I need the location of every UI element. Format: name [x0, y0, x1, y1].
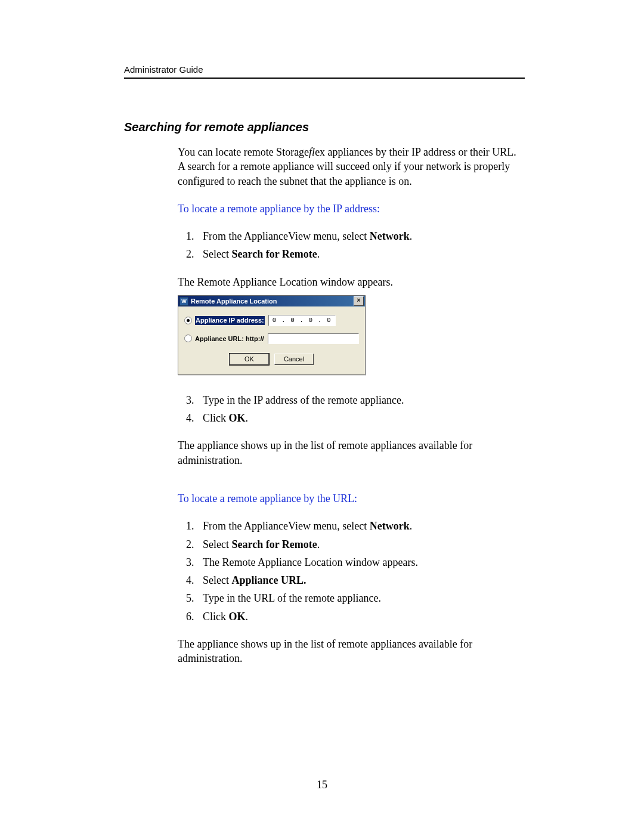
text: . — [410, 520, 413, 532]
list-item: From the ApplianceView menu, select Netw… — [197, 229, 525, 243]
list-item: Click OK. — [197, 609, 525, 624]
radio-ip-label: Appliance IP address: — [195, 316, 265, 325]
text: . — [410, 230, 413, 242]
text: You can locate remote Storage — [178, 146, 309, 158]
text: Click — [203, 611, 229, 623]
cancel-button[interactable]: Cancel — [274, 354, 314, 365]
text-bold: OK — [229, 412, 246, 424]
list-item: Type in the IP address of the remote app… — [197, 393, 525, 407]
intro-paragraph: You can locate remote Storageflex applia… — [178, 145, 525, 188]
dialog-titlebar: W Remote Appliance Location × — [178, 296, 365, 306]
subheading-url: To locate a remote appliance by the URL: — [178, 491, 525, 506]
text-bold: Search for Remote — [231, 248, 317, 260]
dialog-title: Remote Appliance Location — [191, 297, 354, 306]
list-item: Type in the URL of the remote appliance. — [197, 591, 525, 605]
close-button[interactable]: × — [354, 296, 364, 306]
app-icon: W — [179, 297, 188, 306]
dialog-button-row: OK Cancel — [184, 351, 359, 368]
page-header: Administrator Guide — [124, 64, 525, 79]
ip-address-input[interactable]: 0 . 0 . 0 . 0 — [268, 315, 336, 326]
text: Select — [203, 248, 231, 260]
page: Administrator Guide Searching for remote… — [0, 0, 644, 833]
steps-list-ip-b: Type in the IP address of the remote app… — [178, 393, 525, 426]
result-paragraph-ip: The appliance shows up in the list of re… — [178, 438, 525, 467]
list-item: Select Appliance URL. — [197, 573, 525, 587]
radio-ip[interactable] — [184, 317, 192, 324]
text: From the ApplianceView menu, select — [203, 520, 370, 532]
header-title: Administrator Guide — [124, 64, 203, 75]
list-item: Select Search for Remote. — [197, 247, 525, 261]
text-bold: OK — [229, 611, 246, 623]
text: . — [317, 248, 320, 260]
steps-list-url: From the ApplianceView menu, select Netw… — [178, 519, 525, 624]
text-bold: Appliance URL. — [231, 574, 306, 586]
subheading-ip: To locate a remote appliance by the IP a… — [178, 202, 525, 216]
text-bold: Network — [370, 230, 410, 242]
list-item: Click OK. — [197, 411, 525, 425]
text: Click — [203, 412, 229, 424]
dialog-body: Appliance IP address: 0 . 0 . 0 . 0 Appl… — [178, 306, 365, 374]
list-item: Select Search for Remote. — [197, 537, 525, 552]
text: . — [317, 538, 320, 550]
steps-list-ip-a: From the ApplianceView menu, select Netw… — [178, 229, 525, 262]
page-number: 15 — [0, 779, 644, 791]
remote-appliance-location-dialog: W Remote Appliance Location × Appliance … — [178, 295, 366, 375]
text: . — [246, 611, 249, 623]
text-emphasis: fl — [309, 146, 315, 158]
text: . — [246, 412, 249, 424]
radio-row-ip: Appliance IP address: 0 . 0 . 0 . 0 — [184, 315, 359, 326]
url-input[interactable] — [268, 333, 360, 344]
text-bold: Network — [370, 520, 410, 532]
radio-row-url: Appliance URL: http:// — [184, 333, 359, 344]
text: From the ApplianceView menu, select — [203, 230, 370, 242]
radio-url[interactable] — [184, 335, 192, 342]
text: Select — [203, 574, 231, 586]
section-heading: Searching for remote appliances — [124, 120, 525, 134]
result-paragraph-url: The appliance shows up in the list of re… — [178, 637, 525, 666]
body-content: You can locate remote Storageflex applia… — [124, 145, 525, 666]
list-item: From the ApplianceView menu, select Netw… — [197, 519, 525, 533]
after-steps-text: The Remote Appliance Location window app… — [178, 275, 525, 289]
text: Select — [203, 538, 231, 550]
text-bold: Search for Remote — [231, 538, 317, 550]
ok-button[interactable]: OK — [230, 354, 269, 365]
radio-url-label: Appliance URL: http:// — [195, 335, 264, 343]
list-item: The Remote Appliance Location window app… — [197, 555, 525, 569]
